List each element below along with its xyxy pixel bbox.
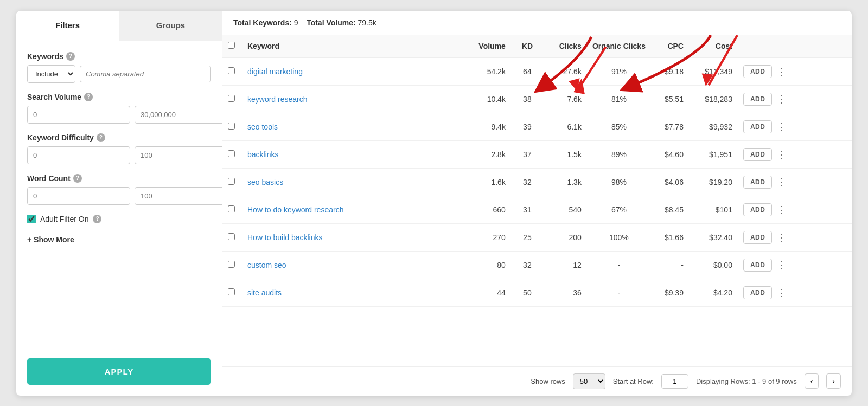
row-cost-7: $0.00 [689,251,738,279]
table-row: site audits 44 50 36 - $9.39 $4.20 ADD ⋮ [222,279,852,306]
th-kd[interactable]: KD [511,35,544,57]
row-add-button-2[interactable]: ADD [743,120,773,133]
row-volume-5: 660 [462,196,511,223]
row-checkbox-6[interactable] [228,233,235,240]
row-cpc-1: $5.51 [651,85,689,113]
row-volume-1: 10.4k [462,85,511,113]
th-clicks[interactable]: Clicks [544,35,587,57]
word-count-section: Word Count ? [27,174,211,205]
search-volume-min[interactable] [27,106,130,124]
row-keyword-1[interactable]: keyword research [242,85,462,113]
apply-button[interactable]: APPLY [27,358,211,385]
table-row: digital marketing 54.2k 64 27.6k 91% $9.… [222,57,852,86]
row-cost-3: $1,951 [689,140,738,168]
row-actions-0: ADD ⋮ [738,57,852,86]
row-add-button-0[interactable]: ADD [743,65,773,78]
row-checkbox-0[interactable] [228,67,235,74]
wc-min[interactable] [27,187,130,205]
row-volume-2: 9.4k [462,113,511,140]
row-clicks-1: 7.6k [544,85,587,113]
row-add-button-3[interactable]: ADD [743,148,773,161]
row-kd-2: 39 [511,113,544,140]
row-actions-8: ADD ⋮ [738,279,852,306]
th-keyword[interactable]: Keyword [242,35,462,57]
keywords-input[interactable] [80,66,211,82]
row-volume-7: 80 [462,251,511,279]
row-add-button-8[interactable]: ADD [743,286,773,299]
table-wrapper: Keyword Volume KD Clicks Organic Clicks … [222,35,852,366]
th-cost[interactable]: Cost [689,35,738,57]
row-more-button-1[interactable]: ⋮ [774,92,788,106]
start-at-input[interactable] [661,374,688,389]
tab-filters[interactable]: Filters [16,11,119,41]
row-keyword-4[interactable]: seo basics [242,168,462,196]
row-checkbox-4[interactable] [228,178,235,185]
row-keyword-7[interactable]: custom seo [242,251,462,279]
row-cpc-3: $4.60 [651,140,689,168]
row-keyword-5[interactable]: How to do keyword research [242,196,462,223]
wc-help-icon: ? [73,174,82,183]
results-panel: Total Keywords: 9 Total Volume: 79.5k [222,11,852,396]
row-actions-1: ADD ⋮ [738,85,852,113]
th-organic-clicks[interactable]: Organic Clicks [587,35,651,57]
row-checkbox-1[interactable] [228,95,235,102]
adult-filter-row: Adult Filter On ? [27,215,211,223]
row-more-button-7[interactable]: ⋮ [774,258,788,272]
show-more-button[interactable]: + Show More [27,233,211,246]
row-volume-6: 270 [462,223,511,251]
row-checkbox-5[interactable] [228,205,235,212]
row-more-button-6[interactable]: ⋮ [774,230,788,244]
th-cpc[interactable]: CPC [651,35,689,57]
th-volume[interactable]: Volume [462,35,511,57]
row-clicks-8: 36 [544,279,587,306]
row-checkbox-3[interactable] [228,150,235,157]
row-more-button-0[interactable]: ⋮ [774,65,788,79]
row-clicks-0: 27.6k [544,57,587,86]
row-keyword-0[interactable]: digital marketing [242,57,462,86]
row-keyword-8[interactable]: site audits [242,279,462,306]
total-keywords-label: Total Keywords: [233,18,292,27]
footer-bar: Show rows 50 10 25 100 Start at Row: Dis… [222,366,852,396]
row-more-button-3[interactable]: ⋮ [774,147,788,162]
row-more-button-8[interactable]: ⋮ [774,286,788,300]
row-kd-1: 38 [511,85,544,113]
displaying-rows-text: Displaying Rows: 1 - 9 of 9 rows [696,377,797,385]
kd-min[interactable] [27,146,130,164]
row-actions-2: ADD ⋮ [738,113,852,140]
row-checkbox-cell [222,196,242,223]
show-rows-select[interactable]: 50 10 25 100 [573,373,605,389]
row-keyword-2[interactable]: seo tools [242,113,462,140]
row-more-button-4[interactable]: ⋮ [774,175,788,189]
row-checkbox-2[interactable] [228,123,235,130]
row-checkbox-7[interactable] [228,261,235,268]
tab-groups[interactable]: Groups [119,11,222,41]
prev-page-button[interactable]: ‹ [805,373,819,389]
adult-filter-help-icon: ? [93,215,101,223]
row-cpc-4: $4.06 [651,168,689,196]
row-clicks-2: 6.1k [544,113,587,140]
row-kd-3: 37 [511,140,544,168]
row-more-button-2[interactable]: ⋮ [774,120,788,134]
row-add-button-4[interactable]: ADD [743,176,773,189]
row-add-button-7[interactable]: ADD [743,259,773,272]
select-all-checkbox[interactable] [228,42,235,49]
row-add-button-5[interactable]: ADD [743,203,773,216]
tab-bar: Filters Groups [16,11,222,41]
row-organic-0: 91% [587,57,651,86]
row-add-button-1[interactable]: ADD [743,93,773,106]
row-keyword-3[interactable]: backlinks [242,140,462,168]
next-page-button[interactable]: › [826,373,841,389]
row-checkbox-cell [222,85,242,113]
row-more-button-5[interactable]: ⋮ [774,203,788,217]
row-actions-6: ADD ⋮ [738,223,852,251]
row-kd-8: 50 [511,279,544,306]
keywords-table: Keyword Volume KD Clicks Organic Clicks … [222,35,852,307]
row-checkbox-8[interactable] [228,288,235,295]
row-keyword-6[interactable]: How to build backlinks [242,223,462,251]
row-cpc-8: $9.39 [651,279,689,306]
table-row: How to do keyword research 660 31 540 67… [222,196,852,223]
adult-filter-checkbox[interactable] [27,215,36,223]
summary-bar: Total Keywords: 9 Total Volume: 79.5k [222,11,852,35]
keywords-include-select[interactable]: Include Exclude [27,65,75,83]
row-add-button-6[interactable]: ADD [743,231,773,244]
